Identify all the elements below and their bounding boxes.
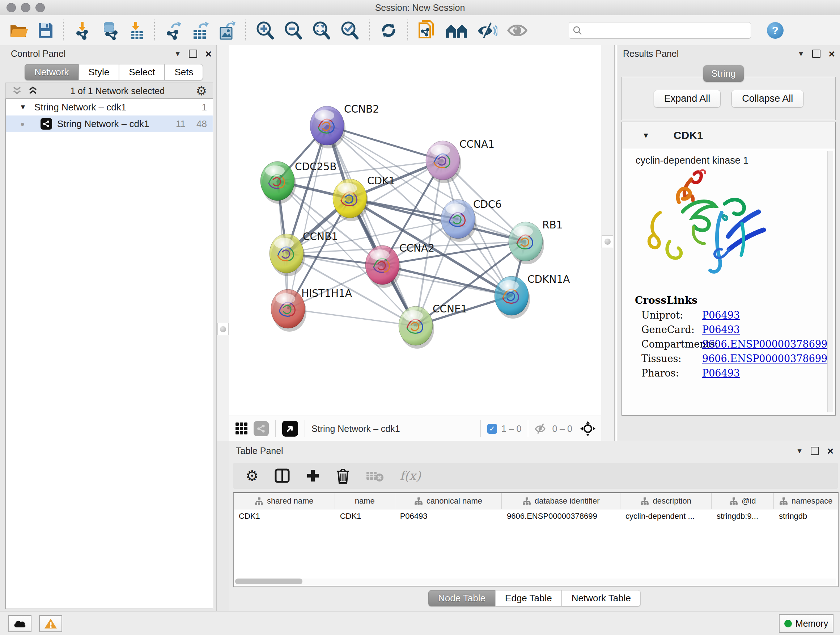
network-node-CDKN1A[interactable] — [494, 276, 530, 318]
table-options-gear-icon[interactable]: ⚙ — [246, 467, 259, 484]
table-cell[interactable]: 9606.ENSP00000378699 — [502, 509, 621, 523]
collection-expander-icon[interactable]: ▼ — [19, 103, 27, 111]
table-cell[interactable]: P06493 — [395, 509, 502, 523]
panel-maximize-icon[interactable] — [189, 50, 197, 58]
network-node-CCNE1[interactable] — [399, 306, 434, 348]
tab-network-table[interactable]: Network Table — [562, 590, 641, 606]
zoom-fit-button[interactable] — [308, 18, 336, 43]
export-table-button[interactable] — [187, 18, 213, 43]
selected-nodes-checkbox[interactable]: ✓ — [487, 424, 497, 434]
table-cell[interactable]: CDK1 — [335, 509, 395, 523]
cloud-services-button[interactable] — [8, 615, 32, 632]
open-session-button[interactable] — [5, 18, 33, 43]
tab-edge-table[interactable]: Edge Table — [495, 590, 562, 606]
expand-all-button[interactable]: Expand All — [654, 90, 721, 108]
collapse-all-icon[interactable] — [12, 86, 23, 96]
crosslink-link[interactable]: P06493 — [702, 324, 740, 335]
edge-CCNB2-HIST1H1A[interactable] — [288, 126, 327, 309]
show-welcome-button[interactable] — [441, 18, 472, 43]
panel-maximize-icon[interactable] — [812, 50, 821, 58]
network-view-icon[interactable] — [254, 421, 269, 436]
zoom-out-button[interactable] — [279, 18, 308, 43]
apply-layout-button[interactable] — [375, 18, 402, 43]
birds-eye-view-toggle[interactable] — [282, 421, 298, 437]
panel-close-icon[interactable]: × — [829, 50, 835, 57]
edge-CCNE1-HIST1H1A[interactable] — [288, 309, 416, 326]
show-panels-button[interactable] — [502, 18, 532, 43]
crosslink-link[interactable]: P06493 — [702, 310, 740, 321]
tab-style[interactable]: Style — [79, 64, 119, 80]
scrollbar-thumb[interactable] — [235, 578, 302, 584]
column-header--id[interactable]: @id — [712, 493, 774, 509]
panel-float-icon[interactable]: ▼ — [174, 50, 181, 58]
hidden-items-icon[interactable] — [535, 423, 548, 434]
show-columns-icon[interactable] — [275, 468, 290, 483]
edge-CCNA2-CDKN1A[interactable] — [382, 265, 512, 296]
table-cell[interactable]: stringdb — [774, 509, 838, 523]
warnings-button[interactable] — [39, 615, 62, 632]
crosslink-link[interactable]: 9606.ENSP00000378699 — [702, 353, 827, 364]
panel-close-icon[interactable]: × — [827, 448, 834, 454]
network-node-CCNA1[interactable] — [426, 141, 461, 183]
import-network-file-button[interactable] — [69, 18, 95, 43]
tab-network[interactable]: Network — [25, 64, 79, 80]
column-header-database-identifier[interactable]: database identifier — [502, 493, 621, 509]
tab-string[interactable]: String — [703, 65, 744, 82]
network-row-selected[interactable]: ● String Network – cdk1 11 48 — [6, 116, 213, 132]
tab-node-table[interactable]: Node Table — [428, 590, 495, 606]
grid-view-icon[interactable] — [235, 422, 248, 435]
tab-select[interactable]: Select — [119, 64, 164, 80]
network-node-CCNB2[interactable] — [310, 106, 346, 149]
delete-column-icon[interactable] — [336, 468, 350, 484]
crosslink-link[interactable]: P06493 — [702, 367, 740, 379]
column-header-canonical-name[interactable]: canonical name — [395, 493, 502, 509]
hide-panels-button[interactable] — [472, 18, 502, 43]
column-header-name[interactable]: name — [335, 493, 395, 509]
expand-all-icon[interactable] — [28, 86, 39, 96]
network-node-CDK1[interactable] — [333, 179, 368, 221]
network-canvas[interactable]: CCNB2CCNA1CDC25BCDK1CDC6RB1CCNB1CCNA2CDK… — [229, 45, 601, 416]
column-header-namespace[interactable]: namespace — [774, 493, 838, 509]
zoom-in-button[interactable] — [251, 18, 279, 43]
collapse-caret-icon[interactable]: ▼ — [642, 131, 650, 140]
left-splitter-handle[interactable] — [218, 323, 229, 335]
help-button[interactable]: ? — [767, 22, 783, 39]
column-header-shared-name[interactable]: shared name — [234, 493, 335, 509]
panel-maximize-icon[interactable] — [811, 447, 819, 455]
toolbar-search-field[interactable] — [569, 22, 751, 39]
import-network-database-button[interactable] — [95, 18, 124, 43]
panel-close-icon[interactable]: × — [205, 50, 212, 57]
network-node-RB1[interactable] — [508, 222, 544, 264]
left-splitter[interactable] — [217, 45, 229, 441]
results-scrollbar[interactable] — [827, 151, 833, 412]
table-cell[interactable]: CDK1 — [234, 509, 335, 523]
window-title: Session: New Session — [0, 3, 840, 13]
fit-content-icon[interactable] — [579, 420, 596, 437]
table-cell[interactable]: stringdb:9... — [712, 509, 774, 523]
table-row[interactable]: CDK1CDK1P064939606.ENSP00000378699cyclin… — [234, 509, 838, 523]
export-image-button[interactable] — [213, 18, 240, 43]
import-table-file-button[interactable] — [124, 18, 149, 43]
network-node-CCNA2[interactable] — [365, 245, 401, 288]
panel-float-icon[interactable]: ▼ — [798, 50, 805, 58]
export-image-icon — [218, 21, 235, 40]
protein-card-header[interactable]: ▼ CDK1 — [622, 122, 835, 149]
gear-icon[interactable]: ⚙ — [196, 84, 207, 98]
collapse-all-button[interactable]: Collapse All — [731, 90, 804, 108]
network-collection-row[interactable]: ▼ String Network – cdk1 1 — [6, 99, 213, 116]
panel-float-icon[interactable]: ▼ — [796, 447, 803, 455]
search-input[interactable] — [582, 25, 747, 36]
table-cell[interactable]: cyclin-dependent ... — [621, 509, 712, 523]
crosslink-link[interactable]: 9606.ENSP00000378699 — [702, 339, 827, 350]
right-splitter-handle[interactable] — [602, 235, 613, 248]
column-header-description[interactable]: description — [621, 493, 712, 509]
table-hscrollbar[interactable] — [235, 578, 836, 585]
create-column-icon[interactable] — [306, 469, 320, 483]
save-session-button[interactable] — [33, 18, 58, 43]
tab-sets[interactable]: Sets — [164, 64, 203, 80]
network-graph[interactable]: CCNB2CCNA1CDC25BCDK1CDC6RB1CCNB1CCNA2CDK… — [229, 45, 601, 416]
zoom-selected-button[interactable] — [336, 18, 364, 43]
memory-button[interactable]: Memory — [779, 614, 834, 633]
clone-network-button[interactable] — [413, 18, 441, 43]
export-network-button[interactable] — [160, 18, 187, 43]
